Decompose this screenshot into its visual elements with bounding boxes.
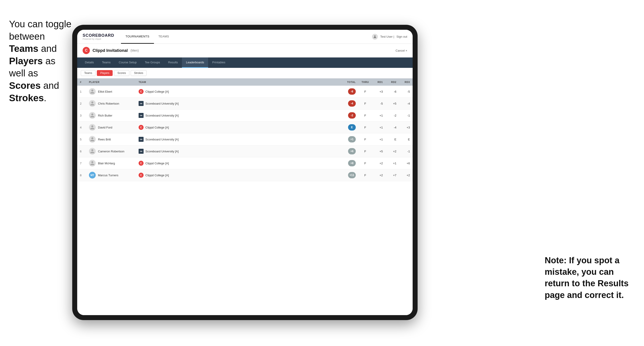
tournament-header: C Clippd Invitational (Men) Cancel ×: [77, 44, 413, 57]
thru-cell: F: [358, 157, 372, 169]
rank-cell: 6: [77, 145, 86, 157]
user-icon: [372, 34, 378, 40]
team-logo-sb: SB: [138, 149, 144, 154]
rd2-cell: +1: [386, 157, 399, 169]
player-cell: Chris Robertson: [86, 98, 136, 110]
thru-cell: F: [358, 110, 372, 122]
score-badge: -4: [348, 100, 356, 107]
team-cell: C Clippd College [A]: [136, 122, 340, 134]
team-name: Clippd College [A]: [145, 126, 169, 129]
team-name: Clippd College [A]: [145, 162, 169, 165]
team-cell: C Clippd College [A]: [136, 86, 340, 98]
nav-teams[interactable]: TEAMS: [154, 30, 174, 44]
nav-links: TOURNAMENTS TEAMS: [121, 30, 372, 44]
subtab-teams[interactable]: Teams: [81, 70, 96, 76]
rank-cell: 1: [77, 86, 86, 98]
sign-out-link[interactable]: Sign out: [396, 35, 407, 38]
scores-bold: Scores: [9, 80, 41, 91]
col-player: PLAYER: [86, 78, 136, 86]
score-badge: -8: [348, 88, 356, 95]
tab-details[interactable]: Details: [81, 57, 98, 68]
score-badge: +1: [348, 136, 356, 143]
tablet-screen: SCOREBOARD Powered by clippd TOURNAMENTS…: [77, 30, 413, 315]
tab-results[interactable]: Results: [164, 57, 182, 68]
tournament-gender: (Men): [130, 49, 139, 52]
col-rd2: RD2: [386, 78, 399, 86]
team-logo-c: C: [138, 173, 144, 178]
total-cell: +1: [340, 134, 358, 145]
team-name: Clippd College [A]: [145, 90, 169, 93]
tab-leaderboards[interactable]: Leaderboards: [182, 57, 208, 68]
rd3-cell: +6: [399, 157, 413, 169]
player-cell: Rees Britt: [86, 134, 136, 145]
cancel-button[interactable]: Cancel ×: [396, 49, 407, 52]
tablet-frame: SCOREBOARD Powered by clippd TOURNAMENTS…: [72, 25, 418, 320]
player-name: Marcus Turners: [98, 173, 118, 177]
team-logo-c: C: [138, 161, 144, 166]
col-team: TEAM: [136, 78, 340, 86]
note-bold: Note: If you spot a mistake, you can ret…: [545, 256, 629, 300]
tab-teams[interactable]: Teams: [98, 57, 115, 68]
player-name: Cameron Robertson: [98, 150, 124, 153]
rd3-cell: -1: [399, 110, 413, 122]
tab-printables[interactable]: Printables: [208, 57, 229, 68]
total-cell: E: [340, 122, 358, 134]
team-name: Scoreboard University [A]: [145, 138, 178, 141]
player-name: Rich Butler: [98, 114, 112, 117]
team-name: Scoreboard University [A]: [145, 102, 178, 105]
thru-cell: F: [358, 169, 372, 181]
nav-tournaments[interactable]: TOURNAMENTS: [121, 30, 154, 44]
team-cell: C Clippd College [A]: [136, 169, 340, 181]
rd1-cell: -5: [372, 98, 386, 110]
col-rd1: RD1: [372, 78, 386, 86]
logo-title: SCOREBOARD: [82, 33, 114, 38]
total-cell: +8: [340, 157, 358, 169]
table-row: 4 David Ford C Clippd College [A] E F +1…: [77, 122, 413, 134]
team-name: Scoreboard University [A]: [145, 114, 178, 117]
player-avatar: [89, 100, 96, 107]
rank-cell: 3: [77, 110, 86, 122]
subtab-players[interactable]: Players: [97, 70, 113, 76]
table-row: 2 Chris Robertson SB Scoreboard Universi…: [77, 98, 413, 110]
team-logo-c: C: [138, 89, 144, 94]
player-avatar: [89, 112, 96, 119]
user-text: Test User |: [380, 35, 394, 38]
rank-cell: 2: [77, 98, 86, 110]
rd1-cell: +1: [372, 122, 386, 134]
col-thru: THRU: [358, 78, 372, 86]
rd3-cell: -5: [399, 86, 413, 98]
table-header-row: # PLAYER TEAM TOTAL THRU RD1 RD2 RD3: [77, 78, 413, 86]
rank-cell: 5: [77, 134, 86, 145]
rd1-cell: +2: [372, 169, 386, 181]
left-annotation: You can toggle between Teams and Players…: [9, 18, 72, 104]
rd2-cell: +7: [386, 169, 399, 181]
thru-cell: F: [358, 134, 372, 145]
team-cell: SB Scoreboard University [A]: [136, 110, 340, 122]
tab-tee-groups[interactable]: Tee Groups: [141, 57, 164, 68]
thru-cell: F: [358, 98, 372, 110]
player-avatar: [89, 124, 96, 131]
player-avatar: [89, 148, 96, 155]
rank-cell: 7: [77, 157, 86, 169]
player-name: David Ford: [98, 126, 112, 129]
strokes-bold: Strokes: [9, 93, 44, 103]
subtab-strokes[interactable]: Strokes: [131, 70, 147, 76]
table-row: 1 Elliot Ebert C Clippd College [A] -8 F…: [77, 86, 413, 98]
thru-cell: F: [358, 122, 372, 134]
logo-area: SCOREBOARD Powered by clippd: [82, 33, 114, 40]
tab-course-setup[interactable]: Course Setup: [115, 57, 141, 68]
rd1-cell: +1: [372, 110, 386, 122]
score-badge: E: [348, 124, 356, 131]
team-cell: SB Scoreboard University [A]: [136, 134, 340, 145]
player-avatar: [89, 136, 96, 143]
thru-cell: F: [358, 86, 372, 98]
player-name: Elliot Ebert: [98, 90, 112, 93]
total-cell: -4: [340, 98, 358, 110]
player-cell: Blair McHarg: [86, 157, 136, 169]
player-cell: Rich Butler: [86, 110, 136, 122]
subtab-scores[interactable]: Scores: [114, 70, 129, 76]
total-cell: +11: [340, 169, 358, 181]
player-cell: MT Marcus Turners: [86, 169, 136, 181]
team-cell: C Clippd College [A]: [136, 157, 340, 169]
player-name: Rees Britt: [98, 138, 111, 141]
